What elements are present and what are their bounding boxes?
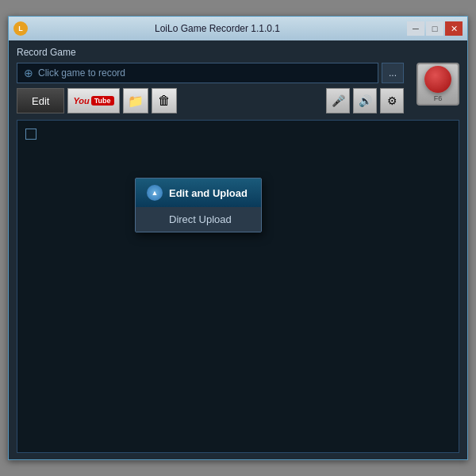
title-bar-left: L [13,21,28,36]
microphone-icon: 🎤 [332,94,345,107]
dropdown-edit-upload-label: Edit and Upload [169,187,248,199]
record-label: Record Game [17,47,404,58]
gear-icon: ⚙ [387,94,397,107]
volume-icon: 🔊 [359,94,372,107]
checkbox-area [25,129,36,140]
dropdown-menu: ▲ Edit and Upload Direct Upload [135,178,262,232]
title-bar: L LoiLo Game Recorder 1.1.0.1 ─ □ ✕ [9,17,467,40]
upload-icon: ▲ [147,185,163,201]
volume-button[interactable]: 🔊 [353,88,377,113]
dropdown-direct-upload-label: Direct Upload [147,213,232,225]
maximize-button[interactable]: □ [426,21,443,36]
title-controls: ─ □ ✕ [407,21,463,36]
toolbar: Edit You Tube 📁 🗑 🎤 [17,88,404,113]
toolbar-group: Record Game ⊕ Click game to record ... E… [17,47,404,113]
record-bar: ⊕ Click game to record ... [17,63,404,83]
settings-button[interactable]: ⚙ [380,88,404,113]
youtube-button[interactable]: You Tube [67,88,119,113]
window-title: LoiLo Game Recorder 1.1.0.1 [28,23,407,34]
minimize-button[interactable]: ─ [407,21,424,36]
folder-button[interactable]: 📁 [123,88,148,113]
top-area: Record Game ⊕ Click game to record ... E… [17,47,459,113]
crosshair-icon: ⊕ [24,67,33,79]
dropdown-item-edit-and-upload[interactable]: ▲ Edit and Upload [136,178,261,207]
close-button[interactable]: ✕ [445,21,463,36]
edit-button[interactable]: Edit [17,88,64,113]
record-key: F6 [434,94,443,102]
folder-icon: 📁 [128,94,144,109]
main-window: L LoiLo Game Recorder 1.1.0.1 ─ □ ✕ Reco… [8,16,468,460]
youtube-logo: You Tube [73,96,113,106]
main-content: ▲ Edit and Upload Direct Upload [17,120,459,453]
app-icon: L [13,21,28,36]
record-button[interactable]: F6 [416,63,459,106]
record-input[interactable]: ⊕ Click game to record [17,63,378,83]
dropdown-item-direct-upload[interactable]: Direct Upload [136,207,261,232]
trash-icon: 🗑 [158,94,171,108]
microphone-button[interactable]: 🎤 [326,88,350,113]
trash-button[interactable]: 🗑 [152,88,177,113]
record-circle [424,66,451,93]
ellipsis-button[interactable]: ... [382,63,404,83]
record-placeholder: Click game to record [38,67,125,79]
window-content: Record Game ⊕ Click game to record ... E… [9,40,467,459]
checkbox[interactable] [25,129,36,140]
